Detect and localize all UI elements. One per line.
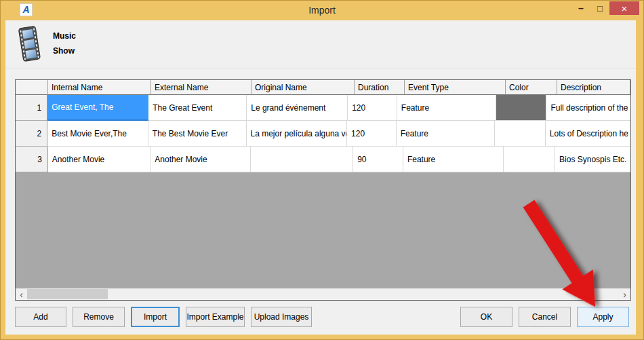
table-row: 3 Another Movie Another Movie 90 Feature… <box>16 147 630 172</box>
horizontal-scrollbar[interactable]: ‹ › <box>16 288 630 300</box>
header-duration[interactable]: Duration <box>355 80 405 95</box>
row-number[interactable]: 3 <box>16 147 48 172</box>
cell-event-type[interactable]: Feature <box>403 147 504 172</box>
cell-duration[interactable]: 90 <box>353 147 403 172</box>
header-external-name[interactable]: External Name <box>151 80 251 95</box>
cell-duration[interactable]: 120 <box>348 95 397 121</box>
cell-duration[interactable]: 120 <box>347 121 397 147</box>
header-row-number[interactable] <box>16 80 48 95</box>
close-icon[interactable]: × <box>609 1 639 15</box>
cell-external-name[interactable]: The Great Event <box>148 95 247 121</box>
cell-description[interactable]: Lots of Description he <box>546 121 630 147</box>
cell-description[interactable]: Full description of the <box>546 95 630 121</box>
remove-button[interactable]: Remove <box>73 307 125 327</box>
maximize-icon[interactable]: □ <box>590 1 609 15</box>
cell-internal-name[interactable]: Best Movie Ever,The <box>47 121 148 147</box>
dialog-buttons: OK Cancel Apply <box>460 307 629 327</box>
import-example-button[interactable]: Import Example <box>186 307 245 327</box>
header-original-name[interactable]: Original Name <box>251 80 355 95</box>
grid-action-buttons: Add Remove Import Import Example Upload … <box>15 307 312 327</box>
cell-description[interactable]: Bios Synospis Etc. <box>555 147 630 172</box>
import-grid: Internal Name External Name Original Nam… <box>15 79 631 301</box>
cell-color-swatch[interactable] <box>496 95 547 121</box>
cancel-button[interactable]: Cancel <box>519 307 571 327</box>
row-number[interactable]: 2 <box>16 121 47 147</box>
scroll-left-icon[interactable]: ‹ <box>16 288 27 300</box>
table-row: 1 Great Event, The The Great Event Le gr… <box>16 95 630 121</box>
brand-label-music: Music <box>53 31 76 41</box>
header-event-type[interactable]: Event Type <box>405 80 506 95</box>
grid-header-row: Internal Name External Name Original Nam… <box>16 80 630 95</box>
scrollbar-thumb[interactable] <box>27 289 108 299</box>
header-description[interactable]: Description <box>557 80 630 95</box>
cell-internal-name-selected[interactable]: Great Event, The <box>47 95 148 121</box>
cell-event-type[interactable]: Feature <box>397 121 496 147</box>
apply-button[interactable]: Apply <box>577 307 629 327</box>
cell-original-name[interactable] <box>251 147 353 172</box>
cell-external-name[interactable]: Another Movie <box>150 147 250 172</box>
header-internal-name[interactable]: Internal Name <box>48 80 151 95</box>
window-title: Import <box>0 0 644 20</box>
table-row: 2 Best Movie Ever,The The Best Movie Eve… <box>16 121 630 147</box>
cell-internal-name[interactable]: Another Movie <box>48 147 150 172</box>
cell-original-name[interactable]: Le grand événement <box>247 95 348 121</box>
grid-empty-area <box>16 172 630 288</box>
minimize-icon[interactable]: – <box>571 1 590 15</box>
dialog-content: Music Show Internal Name External Name O… <box>5 20 636 335</box>
cell-color-swatch[interactable] <box>495 121 545 147</box>
cell-event-type[interactable]: Feature <box>397 95 496 121</box>
cell-external-name[interactable]: The Best Movie Ever <box>148 121 247 147</box>
header-divider <box>5 68 636 69</box>
import-dialog: A Import – □ × <box>0 0 644 340</box>
upload-images-button[interactable]: Upload Images <box>251 307 312 327</box>
brand-label-show: Show <box>53 46 75 56</box>
import-button[interactable]: Import <box>131 307 180 327</box>
titlebar: A Import – □ × <box>0 0 644 20</box>
filmstrip-icon <box>15 26 43 65</box>
header-color[interactable]: Color <box>506 80 557 95</box>
cell-color-swatch[interactable] <box>504 147 555 172</box>
ok-button[interactable]: OK <box>460 307 512 327</box>
add-button[interactable]: Add <box>15 307 66 327</box>
window-controls: – □ × <box>571 1 639 15</box>
app-logo-icon: A <box>20 3 33 16</box>
row-number[interactable]: 1 <box>16 95 47 121</box>
cell-original-name[interactable]: La mejor película alguna vez <box>247 121 348 147</box>
scroll-right-icon[interactable]: › <box>619 288 630 300</box>
